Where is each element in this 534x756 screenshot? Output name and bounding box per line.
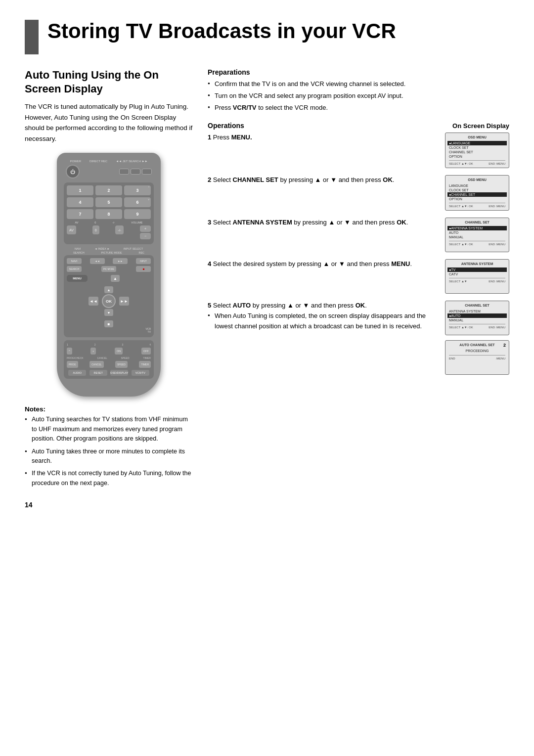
- navi-label: NAVI: [75, 247, 81, 250]
- num-button-6[interactable]: 6v: [124, 197, 151, 207]
- osd3-footer-right: END :MENU: [489, 243, 505, 246]
- osd-screen-6: 2 AUTO CHANNEL SET PROCEEDING END :MENU: [445, 340, 509, 375]
- dash-button[interactable]: -/-: [115, 225, 124, 234]
- left-button[interactable]: ◄◄: [89, 297, 98, 306]
- osd-screen-1: OSD MENU ●LANGUAGE CLOCK SET CHANNEL SET…: [445, 133, 509, 168]
- power-button[interactable]: ⏻: [66, 165, 80, 178]
- vcr-tv-button[interactable]: VCR/TV: [132, 370, 149, 376]
- step-4-text: 4 Select the desired system by pressing …: [208, 259, 437, 269]
- num-button-7[interactable]: 7: [67, 209, 93, 219]
- rec-button[interactable]: ⏺: [136, 266, 151, 272]
- bottom-label-row: 1 2 3 4: [67, 343, 151, 346]
- direct-rec-button[interactable]: [119, 169, 129, 175]
- remote-illustration: POWER DIRECT REC ◄◄ JET SEARCH ►► ⏻: [25, 153, 193, 397]
- jet-search-right-button[interactable]: [142, 169, 152, 175]
- osd6-divider: [449, 355, 505, 356]
- dpad-wrapper: ◄◄ ►► ▲ OK ▼: [67, 284, 151, 318]
- left-column: Auto Tuning Using the On Screen Display …: [25, 68, 193, 491]
- content-area: Auto Tuning Using the On Screen Display …: [25, 68, 509, 491]
- steps-list: 1 Press MENU. OSD MENU ●LANGUAGE CLOCK S…: [208, 133, 509, 375]
- input-select-button[interactable]: INPUT: [136, 258, 151, 264]
- step-4-menu-bold: MENU: [391, 260, 410, 267]
- timer-button[interactable]: TIMER: [139, 361, 151, 368]
- notes-section: Notes: Auto Tuning searches for TV stati…: [25, 405, 193, 488]
- right-button[interactable]: ►►: [119, 297, 129, 306]
- osd4-item-2: CATV: [449, 272, 505, 276]
- num-button-8[interactable]: 8: [95, 209, 122, 219]
- operations-area: Operations On Screen Display 1 Press MEN…: [208, 122, 509, 375]
- osd-display-button[interactable]: OSD/DISPLAY: [110, 370, 128, 376]
- stop-button[interactable]: ■: [104, 320, 113, 327]
- osd1-footer-left: SELECT ▲▼: OK: [449, 162, 473, 165]
- menu-button[interactable]: MENU: [67, 275, 88, 282]
- screen-3-box: CHANNEL SET ●ANTENNA SYSTEM AUTO MANUAL …: [445, 218, 509, 252]
- av-button[interactable]: AV: [67, 225, 76, 234]
- osd3-footer-left: SELECT ▲▼: OK: [449, 243, 473, 246]
- picture-mode-button[interactable]: PIC MODE: [101, 266, 116, 272]
- audio-button[interactable]: AUDIO: [68, 370, 86, 376]
- osd1-title: OSD MENU: [449, 135, 505, 139]
- av-label: AV: [75, 221, 78, 224]
- step-2-channel-set-bold: CHANNEL SET: [233, 176, 278, 183]
- number-pad-section: 1 2 3^ 4 5 6v 7 8 9 AV 0 -/- VOLUM: [64, 182, 154, 244]
- screen-5-6-box: CHANNEL SET ANTENNA SYSTEM ●AUTO MANUAL …: [445, 301, 509, 375]
- dpad-up-area: ▲: [111, 275, 120, 282]
- prog-check-button[interactable]: PROG: [67, 361, 78, 368]
- navi-button[interactable]: NAVI: [67, 258, 82, 264]
- dpad-up-btn[interactable]: ▲: [104, 286, 113, 293]
- ok-button[interactable]: OK: [102, 294, 116, 308]
- step-5-subbullet: When Auto Tuning is completed, the on sc…: [208, 311, 437, 332]
- num-button-3[interactable]: 3^: [124, 185, 151, 195]
- num-button-1[interactable]: 1: [67, 185, 93, 195]
- up-arrow-button[interactable]: ^: [67, 348, 72, 355]
- off-button[interactable]: OFF: [141, 348, 151, 355]
- right-column: Preparations Confirm that the TV is on a…: [208, 68, 509, 491]
- index-next-button[interactable]: ►►: [113, 258, 128, 264]
- jet-search-left-button[interactable]: [131, 169, 140, 175]
- dpad-down-btn[interactable]: ▼: [104, 309, 113, 316]
- num-button-9[interactable]: 9: [124, 209, 151, 219]
- osd-screen-2: OSD MENU LANGUAGE CLOCK SET ●CHANNEL SET…: [445, 175, 509, 211]
- zero-button[interactable]: 0: [92, 225, 99, 234]
- step-5-text: 5 Select AUTO by pressing ▲ or ▼ and the…: [208, 301, 437, 331]
- search-button[interactable]: SEARCH: [67, 266, 82, 272]
- osd-screen-4: ANTENNA SYSTEM ●TV CATV SELECT ▲▼ END :M…: [445, 259, 509, 294]
- color-buttons: AUDIO RESET OSD/DISPLAY VCR/TV: [67, 370, 151, 376]
- cancel-button[interactable]: CANCEL: [89, 361, 103, 368]
- osd-screen-3: CHANNEL SET ●ANTENNA SYSTEM AUTO MANUAL …: [445, 218, 509, 252]
- osd6-footer: END :MENU: [449, 357, 505, 360]
- top-small-buttons: [119, 169, 152, 175]
- prep-item-1: Confirm that the TV is on and the VCR vi…: [208, 79, 509, 89]
- on-button[interactable]: ON: [115, 348, 123, 355]
- osd4-divider: [449, 278, 505, 278]
- osd6-proceeding: PROCEEDING: [449, 349, 505, 353]
- osd3-item-2: AUTO: [449, 230, 505, 235]
- step-5-ok-bold: OK: [356, 302, 365, 309]
- vol-up-button[interactable]: +: [140, 225, 151, 232]
- note-item-3: If the VCR is not correctly tuned by Aut…: [25, 469, 193, 488]
- remote-top-labels: POWER DIRECT REC ◄◄ JET SEARCH ►►: [64, 160, 154, 163]
- up-button[interactable]: ▲: [111, 275, 120, 282]
- step-2-num: 2: [208, 176, 211, 183]
- osd2-footer: SELECT ▲▼: OK END :MENU: [449, 205, 505, 208]
- note-item-2: Auto Tuning takes three or more minutes …: [25, 447, 193, 466]
- num-button-5[interactable]: 5: [95, 197, 122, 207]
- num-col-2-label: 2: [94, 343, 96, 346]
- speed-button[interactable]: SPEED: [115, 361, 128, 368]
- osd3-footer: SELECT ▲▼: OK END :MENU: [449, 243, 505, 246]
- jet-search-label: ◄◄ JET SEARCH ►►: [116, 160, 147, 163]
- date-plus-button[interactable]: +: [90, 348, 96, 355]
- cancel-label: CANCEL: [97, 356, 107, 359]
- reset-button[interactable]: RESET: [89, 370, 107, 376]
- playback-row: SEARCH PIC MODE ⏺: [67, 266, 151, 272]
- osd4-footer-right: END :MENU: [489, 280, 505, 283]
- index-prev-button[interactable]: ◄◄: [90, 258, 105, 264]
- rec-label: REC: [138, 251, 144, 254]
- osd1-item-4: OPTION: [449, 154, 505, 159]
- step-3-ok-bold: OK: [397, 219, 406, 226]
- osd-screen-5: CHANNEL SET ANTENNA SYSTEM ●AUTO MANUAL …: [445, 301, 509, 335]
- num-button-4[interactable]: 4: [67, 197, 93, 207]
- vol-dn-button[interactable]: −: [140, 233, 151, 239]
- remote-control: POWER DIRECT REC ◄◄ JET SEARCH ►► ⏻: [57, 153, 161, 397]
- num-button-2[interactable]: 2: [95, 185, 122, 195]
